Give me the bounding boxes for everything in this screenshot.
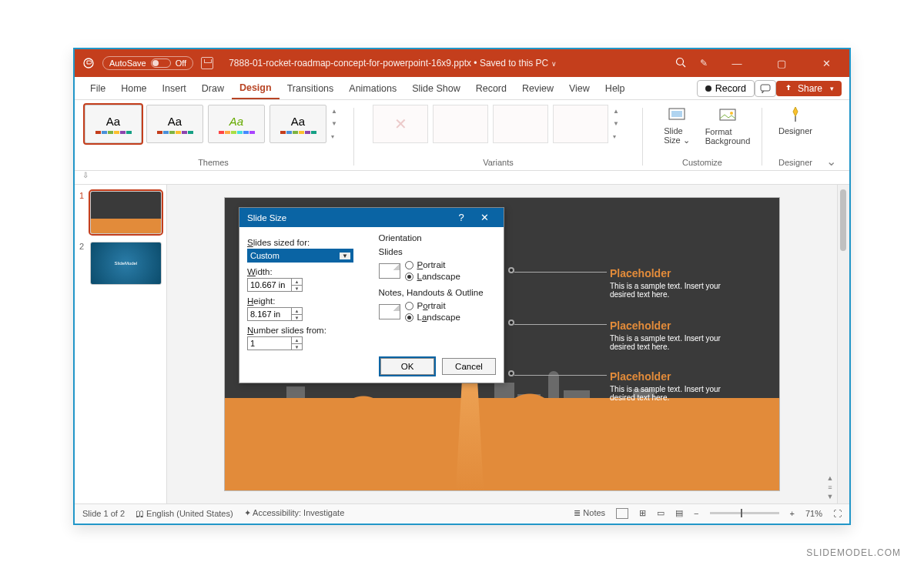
accessibility-indicator[interactable]: ✦ Accessibility: Investigate [244, 508, 345, 518]
notes-toggle[interactable]: ≣ Notes [574, 508, 605, 518]
spinner-icon[interactable]: ▲▼ [292, 336, 303, 350]
language-indicator[interactable]: 🕮 English (United States) [136, 509, 233, 518]
document-title: 7888-01-rocket-roadmap-concept-for-power… [229, 58, 556, 69]
zoom-level[interactable]: 71% [805, 509, 822, 518]
group-label-variants: Variants [483, 158, 514, 169]
format-background-button[interactable]: FormatBackground [705, 105, 751, 146]
autosave-label: AutoSave [109, 59, 146, 68]
slides-orientation-label: Slides [379, 247, 497, 256]
variant-thumbnail[interactable] [553, 105, 608, 143]
page-landscape-icon [379, 263, 400, 279]
svg-rect-6 [720, 109, 735, 120]
powerpoint-window: AutoSave Off 7888-01-rocket-roadmap-conc… [73, 48, 851, 525]
slides-landscape-radio[interactable]: Landscape [405, 272, 460, 281]
notes-landscape-radio[interactable]: Landscape [405, 313, 460, 322]
page-landscape-icon [379, 304, 400, 319]
watermark: SLIDEMODEL.COM [806, 547, 901, 558]
autosave-toggle[interactable]: AutoSave Off [102, 56, 193, 70]
spinner-icon[interactable]: ▲▼ [292, 278, 303, 292]
cancel-button[interactable]: Cancel [442, 358, 496, 375]
sized-for-select[interactable]: Custom▼ [247, 249, 353, 263]
variants-more-icon[interactable]: ▲▼▾ [613, 105, 624, 143]
slide-thumbnail-2[interactable]: SlideModel [90, 242, 162, 285]
tab-help[interactable]: Help [598, 77, 633, 99]
height-input[interactable] [247, 307, 292, 321]
tab-home[interactable]: Home [113, 77, 154, 99]
slide-size-button[interactable]: SlideSize ⌄ [654, 105, 700, 146]
placeholder-body: This is a sample text. Insert your desir… [610, 334, 733, 351]
variant-thumbnail[interactable] [433, 105, 488, 143]
pen-icon[interactable]: ✎ [700, 58, 708, 69]
tab-animations[interactable]: Animations [341, 77, 404, 99]
tab-file[interactable]: File [82, 77, 113, 99]
theme-thumbnail[interactable]: Aa [270, 105, 326, 143]
notes-orientation-label: Notes, Handouts & Outline [379, 288, 497, 297]
svg-rect-3 [761, 85, 770, 91]
maximize-button[interactable]: ▢ [766, 58, 797, 69]
app-icon [82, 57, 95, 69]
theme-thumbnail[interactable]: Aa [208, 105, 265, 143]
tab-insert[interactable]: Insert [155, 77, 194, 99]
record-dot-icon [705, 85, 711, 92]
sized-for-label: Slides sized for: [247, 238, 365, 247]
group-label-designer: Designer [778, 158, 812, 169]
collapse-ribbon-icon[interactable]: ⌄ [826, 154, 842, 169]
variant-thumbnail[interactable] [493, 105, 548, 143]
record-button[interactable]: Record [697, 80, 755, 97]
placeholder-body: This is a sample text. Insert your desir… [610, 385, 733, 402]
svg-rect-5 [671, 111, 682, 117]
help-icon[interactable]: ? [450, 212, 473, 223]
variant-thumbnail[interactable]: ✕ [373, 105, 428, 143]
tab-transitions[interactable]: Transitions [280, 77, 342, 99]
tab-slide-show[interactable]: Slide Show [404, 77, 468, 99]
group-label-themes: Themes [198, 158, 229, 169]
slide-size-dialog: Slide Size ? ✕ Slides sized for: Custom▼… [239, 207, 504, 383]
sorter-view-icon[interactable]: ⊞ [639, 508, 646, 518]
work-area: 1 2 SlideModel [75, 185, 849, 503]
placeholder-body: This is a sample text. Insert your desir… [610, 282, 733, 299]
height-label: Height: [247, 296, 365, 306]
share-button[interactable]: Share▾ [776, 81, 842, 96]
tab-record[interactable]: Record [468, 77, 514, 99]
vertical-scrollbar[interactable] [837, 185, 849, 503]
theme-thumbnail[interactable]: Aa [146, 105, 203, 143]
search-icon[interactable] [675, 57, 686, 70]
close-button[interactable]: ✕ [811, 58, 842, 69]
comments-button[interactable] [755, 80, 776, 97]
qat-overflow[interactable]: ⇩ [75, 171, 849, 185]
tab-view[interactable]: View [561, 77, 598, 99]
thumb-number: 1 [79, 191, 87, 234]
theme-thumbnail[interactable]: Aa [85, 105, 142, 143]
dialog-close-icon[interactable]: ✕ [473, 212, 496, 223]
slide-nav-arrows[interactable]: ▲≡▼ [825, 474, 835, 500]
orientation-heading: Orientation [379, 233, 497, 243]
slide-thumbnail-1[interactable] [90, 191, 162, 234]
designer-button[interactable]: Designer [772, 105, 819, 135]
reading-view-icon[interactable]: ▭ [657, 508, 665, 518]
minimize-button[interactable]: — [721, 58, 752, 69]
width-input[interactable] [247, 278, 292, 292]
ok-button[interactable]: OK [380, 358, 434, 375]
fit-to-window-icon[interactable]: ⛶ [833, 509, 842, 518]
tab-draw[interactable]: Draw [194, 77, 232, 99]
zoom-out-button[interactable]: − [694, 509, 698, 518]
zoom-slider[interactable] [710, 512, 779, 514]
slide-thumbnails: 1 2 SlideModel [75, 185, 167, 503]
slide-canvas[interactable]: PlaceholderThis is a sample text. Insert… [167, 185, 837, 503]
normal-view-icon[interactable] [616, 508, 628, 519]
themes-more-icon[interactable]: ▲▼▾ [331, 105, 342, 143]
tab-design[interactable]: Design [232, 77, 280, 99]
placeholder-title: Placeholder [610, 370, 733, 383]
notes-portrait-radio[interactable]: Portrait [405, 301, 460, 310]
number-from-label: Number slides from: [247, 326, 365, 335]
number-from-input[interactable] [247, 336, 292, 350]
spinner-icon[interactable]: ▲▼ [292, 307, 303, 321]
save-icon[interactable] [201, 57, 213, 69]
zoom-in-button[interactable]: + [790, 509, 795, 518]
slide-counter: Slide 1 of 2 [82, 509, 125, 518]
slides-portrait-radio[interactable]: Portrait [405, 260, 460, 269]
dialog-titlebar[interactable]: Slide Size ? ✕ [239, 208, 504, 227]
tab-review[interactable]: Review [514, 77, 561, 99]
slideshow-view-icon[interactable]: ▤ [675, 508, 683, 518]
thumb-number: 2 [79, 242, 87, 285]
